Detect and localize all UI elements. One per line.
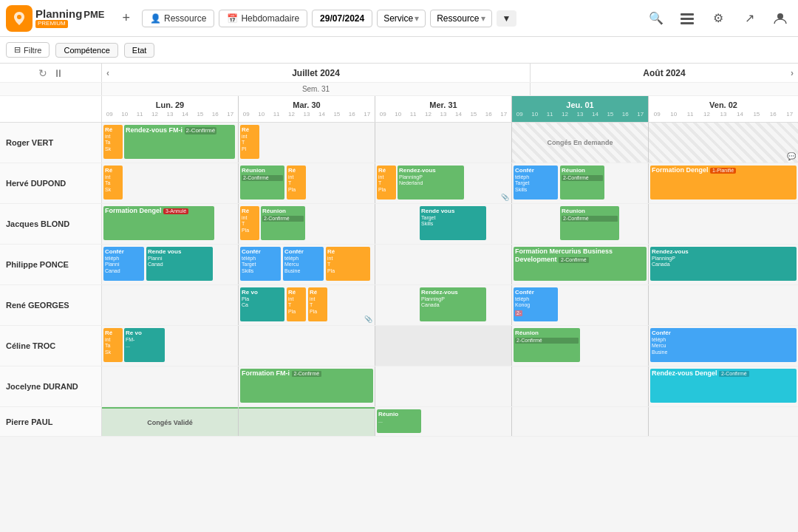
etat-filter-tag[interactable]: Etat <box>124 43 155 58</box>
ev-herve-formation4[interactable]: Formation Dengel 1-Planifié <box>650 166 797 200</box>
svg-rect-1 <box>681 13 694 16</box>
ev-pierre-reunion2[interactable]: Réunio ... <box>377 409 421 433</box>
h17: 17 <box>364 111 370 117</box>
ev-herve-reint2[interactable]: Ré int T Pla <box>377 166 396 200</box>
pierre-day4 <box>649 407 798 436</box>
ev-jacques-rdv2[interactable]: Rende vous Target Skills <box>420 206 486 240</box>
h16d: 16 <box>770 111 777 117</box>
date-display: 29/07/2024 <box>312 10 372 27</box>
ev-rene-rdv1[interactable]: Re vo Pla Ca <box>240 287 284 321</box>
ev-herve-reunion3[interactable]: Réunion 2-Confirmé <box>560 166 604 200</box>
settings-button[interactable]: ⚙ <box>706 7 730 30</box>
service-select[interactable]: Service ▾ <box>377 10 426 27</box>
calendar-icon: 📅 <box>227 13 238 24</box>
h11b: 11 <box>410 111 417 117</box>
ev-herve-reint0[interactable]: Ré int Ta Sk <box>103 166 123 200</box>
ev-philippe-conf1[interactable]: Confér téléph Target Skills <box>240 247 281 281</box>
resource-select[interactable]: Ressource ▾ <box>430 10 491 27</box>
h09d: 09 <box>654 111 661 117</box>
ev-celine-reunion3[interactable]: Réunion 2-Confirmé <box>514 328 580 362</box>
week-label: Sem. 31 <box>102 83 531 95</box>
ev-jocelyne-rdv4[interactable]: Rendez-vous Dengel 2-Confirmé <box>650 369 797 403</box>
ev-herve-reunion1[interactable]: Réunion 2-Confirmé <box>240 166 284 200</box>
note-icon-herve: 📎 <box>501 194 509 201</box>
ev-jacques-reunion3[interactable]: Réunion 2-Confirmé <box>560 206 619 240</box>
row-rene: René GEORGES Re vo Pla Ca Ré int T Pla R <box>0 285 798 326</box>
ev-jacques-reunion1[interactable]: Réunion 2-Confirmé <box>261 206 305 240</box>
row-pierre: Pierre PAUL Congés Validé Réunio ... <box>0 407 798 437</box>
refresh-button[interactable]: ↻ <box>38 67 47 79</box>
stack-button[interactable] <box>675 7 699 30</box>
ev-herve-rdv2[interactable]: Rendez-vous PlanningP Nederland <box>398 166 464 200</box>
ev-rene-rdv2[interactable]: Rendez-vous PlanningP Canada <box>420 287 486 321</box>
row-philippe: Philippe PONCE Confér téléph Planni Cana… <box>0 245 798 285</box>
philippe-day2 <box>375 245 512 284</box>
jeu01-label: Jeu. 01 <box>566 100 593 109</box>
h14c: 14 <box>592 111 598 117</box>
herve-day3: Confér téléph Target Skills Réunion 2-Co… <box>512 163 649 203</box>
h11d: 11 <box>687 111 694 117</box>
ev-rene-conf3[interactable]: Confér téléph Konog 2- <box>514 287 558 321</box>
pause-button[interactable]: ⏸ <box>53 67 64 79</box>
calendar: ↻ ⏸ ‹ Juillet 2024 Août 2024 › Sem. 31 L… <box>0 64 798 532</box>
add-button[interactable]: + <box>115 7 138 29</box>
ev-jocelyne-formation1[interactable]: Formation FM-i 2-Confirmé <box>240 369 373 403</box>
lun29-label: Lun. 29 <box>156 100 185 109</box>
hebdomadaire-button[interactable]: 📅 Hebdomadaire <box>219 10 307 27</box>
day-header-lun29: Lun. 29 09 10 11 12 13 14 15 16 17 <box>102 96 239 122</box>
h13: 13 <box>304 111 310 117</box>
filter-button[interactable]: ▼ <box>497 10 517 27</box>
share-button[interactable]: ↗ <box>737 7 761 30</box>
competence-filter-tag[interactable]: Compétence <box>55 43 117 58</box>
next-month-button[interactable]: › <box>791 68 794 78</box>
roger-day2 <box>375 123 512 163</box>
ev-philippe-conf1b[interactable]: Confér téléph Mercu Busine <box>283 247 324 281</box>
ev-jacques-reint1[interactable]: Ré int T Pla <box>240 206 259 240</box>
event-roger-reint-0[interactable]: Ré int Ta Sk <box>103 125 123 159</box>
filter-toggle[interactable]: ⊟ Filtre <box>6 42 50 58</box>
roger-label: Roger VERT <box>0 123 102 163</box>
search-button[interactable]: 🔍 <box>644 7 668 30</box>
ev-celine-conf4[interactable]: Confér téléph Mercu Busine <box>650 328 797 362</box>
event-roger-rdv[interactable]: Rendez-vous FM-i 2-Confirmé <box>124 125 235 159</box>
ev-celine-reint0[interactable]: Ré int Ta Sk <box>103 328 123 362</box>
ev-philippe-reint1[interactable]: Ré int T Pla <box>326 247 370 281</box>
ev-philippe-rdv0[interactable]: Rende vous Planni Canad <box>146 247 213 281</box>
svg-point-4 <box>777 13 783 19</box>
calendar-body: Roger VERT Ré int Ta Sk Rendez-vous FM-i… <box>0 123 798 532</box>
ev-philippe-conf0[interactable]: Confér téléph Planni Canad <box>103 247 144 281</box>
resource-button[interactable]: 👤 Ressource <box>142 10 214 27</box>
app-header: Planning PME PREMIUM + 👤 Ressource 📅 Heb… <box>0 0 798 37</box>
ev-rene-reint1[interactable]: Ré int T Pla <box>287 287 306 321</box>
aout-month: Août 2024 › <box>531 64 798 82</box>
ev-celine-rdv0[interactable]: Re vo FM- ... <box>124 328 165 362</box>
ev-rene-reint1b[interactable]: Ré int T Pla <box>308 287 327 321</box>
pierre-day0: Congés Validé <box>102 407 239 436</box>
ev-philippe-rdv4[interactable]: Rendez-vous PlanningP Canada <box>650 247 797 281</box>
rene-day4 <box>649 285 798 325</box>
user-button[interactable] <box>768 7 792 30</box>
prev-month-button[interactable]: ‹ <box>106 68 109 78</box>
jacques-day2: Rende vous Target Skills <box>375 204 512 244</box>
ev-philippe-formation3[interactable]: Formation Mercurius Business Development… <box>514 247 647 281</box>
hour-label-10: 10 <box>121 111 128 117</box>
ev-herve-conf3[interactable]: Confér téléph Target Skills <box>514 166 558 200</box>
rene-label: René GEORGES <box>0 285 102 325</box>
ev-herve-reint1[interactable]: Ré int T Pla <box>287 166 306 200</box>
h17b: 17 <box>500 111 507 117</box>
h14: 14 <box>318 111 325 117</box>
calendar-controls: ↻ ⏸ <box>0 64 102 82</box>
competence-label: Compétence <box>64 46 109 55</box>
ev-jacques-formation0[interactable]: Formation Dengel 3-Annulé <box>103 206 214 240</box>
pierre-day2: Réunio ... <box>375 407 512 436</box>
logo-premium: PREMIUM <box>35 20 68 28</box>
ven02-label: Ven. 02 <box>709 100 737 109</box>
logo-icon <box>6 5 33 32</box>
event-roger-reint-1[interactable]: Ré int T Pl <box>240 125 259 159</box>
h10: 10 <box>258 111 265 117</box>
h10c: 10 <box>531 111 538 117</box>
h10d: 10 <box>670 111 677 117</box>
day-header-ven02: Ven. 02 09 10 11 12 13 14 15 16 17 <box>649 96 798 122</box>
hour-label-13: 13 <box>167 111 174 117</box>
row-celine: Céline TROC Ré int Ta Sk Re vo FM- ... <box>0 326 798 366</box>
